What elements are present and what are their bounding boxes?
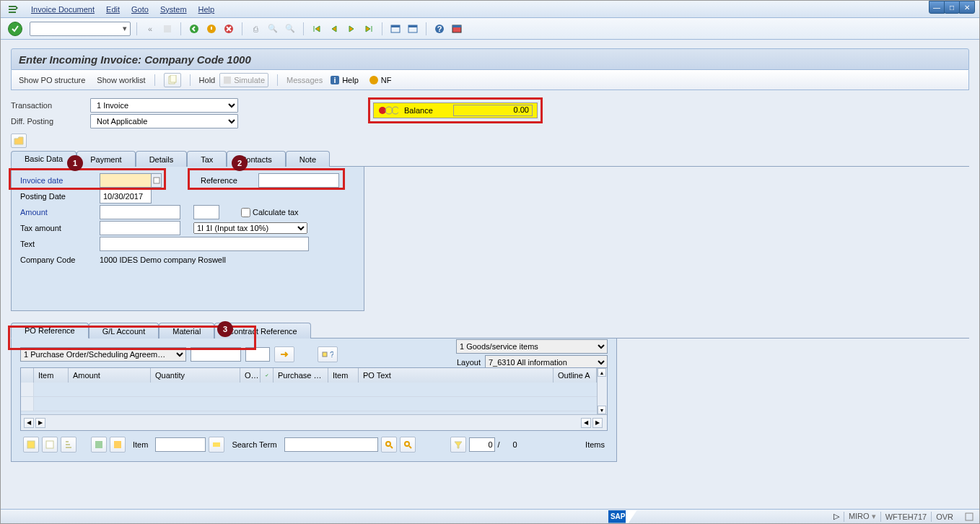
svg-rect-24 <box>27 441 35 448</box>
currency-input[interactable] <box>193 205 219 219</box>
posting-date-input[interactable] <box>100 189 152 204</box>
grid-col-po-item[interactable]: Item <box>328 368 359 383</box>
reference-input[interactable] <box>258 173 339 188</box>
transaction-select[interactable]: 1 Invoice <box>90 98 238 113</box>
invoice-date-label: Invoice date <box>20 176 100 185</box>
first-page-icon[interactable] <box>310 22 324 36</box>
po-item-input[interactable] <box>245 347 270 362</box>
application-toolbar: Show PO structure Show worklist Hold Sim… <box>11 70 969 90</box>
amount-input[interactable] <box>100 205 180 219</box>
header-toggle-icon[interactable] <box>11 134 27 148</box>
calculate-tax-checkbox[interactable] <box>241 208 250 217</box>
grid-nav-right[interactable]: ▶ <box>35 418 45 428</box>
date-picker-icon[interactable] <box>152 173 162 188</box>
traffic-light-icon <box>378 106 398 115</box>
goods-items-select[interactable]: 1 Goods/service items <box>456 339 608 354</box>
position-current[interactable] <box>469 437 495 452</box>
nf-button[interactable]: NF <box>366 73 395 87</box>
show-worklist[interactable]: Show worklist <box>97 76 145 84</box>
status-bar: SAP ▷ MIRO WFTEH717 OVR <box>1 509 979 523</box>
menu-invoice-document[interactable]: Invoice Document <box>25 5 100 14</box>
po-number-input[interactable] <box>191 347 241 362</box>
tab-details[interactable]: Details <box>136 151 188 167</box>
diff-posting-select[interactable]: Not Applicable <box>90 114 238 128</box>
display-item-button[interactable] <box>209 437 224 453</box>
shortcut-icon[interactable] <box>406 22 420 36</box>
sort-asc-button[interactable] <box>61 437 76 453</box>
invoice-date-input[interactable] <box>100 173 152 188</box>
item-grid: Item Amount Quantity O… Purchase … Item … <box>20 367 608 431</box>
menu-edit[interactable]: Edit <box>100 5 126 14</box>
grid-col-ok[interactable] <box>261 368 274 383</box>
window-minimize[interactable]: — <box>929 1 945 14</box>
insert-row-button[interactable] <box>91 437 107 453</box>
new-session-icon[interactable] <box>388 22 403 36</box>
app-menu-icon[interactable] <box>6 4 18 15</box>
tab-gl-account[interactable]: G/L Account <box>89 323 159 339</box>
position-total: 0 <box>503 440 517 449</box>
menu-goto[interactable]: Goto <box>126 5 154 14</box>
grid-col-item[interactable]: Item <box>34 368 69 383</box>
tax-amount-label: Tax amount <box>20 224 100 232</box>
grid-col-o[interactable]: O… <box>240 368 261 383</box>
svg-point-29 <box>386 442 390 446</box>
scroll-down-icon[interactable]: ▼ <box>598 406 606 414</box>
deselect-all-button[interactable] <box>42 437 58 453</box>
show-po-structure[interactable]: Show PO structure <box>19 76 85 84</box>
more-allocation-button[interactable]: ? <box>318 346 338 362</box>
status-menu-icon[interactable] <box>965 512 974 521</box>
exit-button[interactable] <box>204 22 219 36</box>
tax-code-select[interactable]: 1I 1I (Input tax 10%) <box>193 222 307 234</box>
layout-icon[interactable] <box>450 22 464 36</box>
window-maximize[interactable]: □ <box>944 1 960 14</box>
window-close[interactable]: ✕ <box>959 1 975 14</box>
grid-col-amount[interactable]: Amount <box>69 368 151 383</box>
enter-button[interactable] <box>8 22 22 36</box>
table-row[interactable] <box>21 383 607 397</box>
balance-box: Balance 0.00 <box>373 102 538 118</box>
menu-system[interactable]: System <box>154 5 193 14</box>
tab-tax[interactable]: Tax <box>187 151 227 167</box>
other-invoice-button[interactable] <box>164 73 181 87</box>
grid-col-outline[interactable]: Outline A <box>554 368 597 383</box>
tab-material[interactable]: Material <box>159 323 214 339</box>
delete-row-button[interactable] <box>110 437 126 453</box>
tab-note[interactable]: Note <box>286 151 330 167</box>
grid-col-selector[interactable] <box>21 368 34 383</box>
status-expand-icon[interactable]: ▷ <box>834 512 839 521</box>
search-next-button[interactable] <box>400 437 416 453</box>
tab-po-reference[interactable]: PO Reference <box>11 323 89 339</box>
search-term-input[interactable] <box>284 437 378 452</box>
grid-nav-left[interactable]: ◀ <box>24 418 34 428</box>
grid-nav-left2[interactable]: ◀ <box>581 418 591 428</box>
last-page-icon[interactable] <box>362 22 376 36</box>
grid-col-purchase[interactable]: Purchase … <box>274 368 328 383</box>
text-input[interactable] <box>100 237 309 251</box>
help-button[interactable]: iHelp <box>327 73 362 87</box>
menu-help[interactable]: Help <box>193 5 221 14</box>
grid-col-quantity[interactable]: Quantity <box>151 368 240 383</box>
filter-button[interactable] <box>450 437 466 453</box>
tab-payment[interactable]: Payment <box>76 151 135 167</box>
select-all-button[interactable] <box>23 437 39 453</box>
next-page-icon[interactable] <box>344 22 359 36</box>
scroll-up-icon[interactable]: ▲ <box>598 368 606 377</box>
adopt-button[interactable] <box>274 346 294 362</box>
back-button[interactable] <box>187 22 201 36</box>
table-row[interactable] <box>21 397 607 411</box>
command-field[interactable] <box>30 22 131 36</box>
prev-page-icon[interactable] <box>327 22 341 36</box>
status-tcode[interactable]: MIRO <box>849 512 876 521</box>
simulate-button: Simulate <box>219 73 268 87</box>
help-icon[interactable]: ? <box>432 22 447 36</box>
ref-category-select[interactable]: 1 Purchase Order/Scheduling Agreem… <box>20 347 186 362</box>
grid-nav-right2[interactable]: ▶ <box>592 418 603 428</box>
cancel-button[interactable] <box>222 22 236 36</box>
item-nav-input[interactable] <box>155 437 206 452</box>
search-button[interactable] <box>381 437 397 453</box>
grid-col-po-text[interactable]: PO Text <box>359 368 554 383</box>
hold-button[interactable]: Hold <box>199 76 216 84</box>
back-icon[interactable]: « <box>143 22 157 36</box>
tax-amount-input[interactable] <box>100 221 180 235</box>
balance-label: Balance <box>404 106 433 115</box>
